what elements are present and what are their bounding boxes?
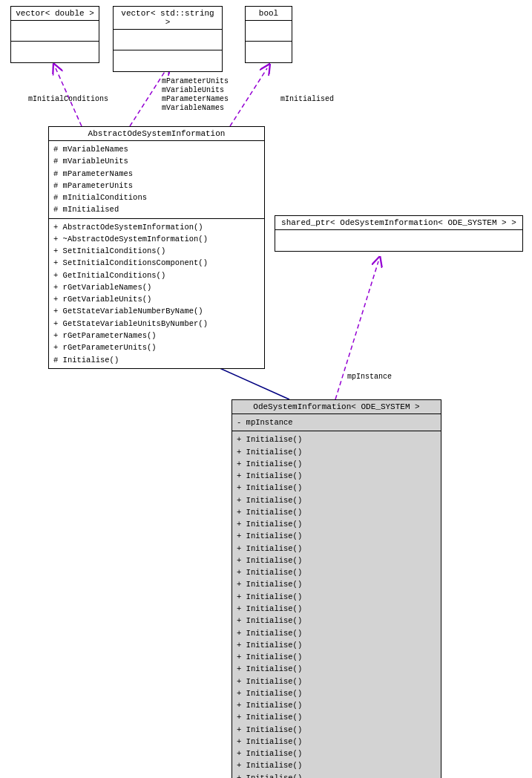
label-mVariableNames: mVariableNames <box>162 104 224 112</box>
ode-system-info-title: OdeSystemInformation< ODE_SYSTEM > <box>232 400 441 414</box>
bool-title: bool <box>246 7 292 21</box>
method-rGetParamUnits: + rGetParameterUnits() <box>53 341 260 353</box>
vector-double-section1 <box>11 21 99 42</box>
ode-method-init10: + Initialise() <box>237 543 436 555</box>
abstract-ode-attributes: # mVariableNames # mVariableUnits # mPar… <box>49 141 264 219</box>
ode-method-init17: + Initialise() <box>237 627 436 639</box>
ode-method-init4: + Initialise() <box>237 470 436 482</box>
ode-method-init13: + Initialise() <box>237 578 436 590</box>
shared-ptr-box: shared_ptr< OdeSystemInformation< ODE_SY… <box>275 215 523 252</box>
attr-mParameterNames: # mParameterNames <box>53 168 260 180</box>
ode-method-init5: + Initialise() <box>237 482 436 494</box>
method-getStateVarUnits: + GetStateVariableUnitsByNumber() <box>53 318 260 330</box>
attr-mParameterUnits: # mParameterUnits <box>53 180 260 192</box>
vector-string-title: vector< std::string > <box>114 7 222 30</box>
ode-method-init28: + Initialise() <box>237 759 436 771</box>
label-mInitialised: mInitialised <box>280 95 334 103</box>
ode-method-init11: + Initialise() <box>237 555 436 566</box>
label-mpInstance: mpInstance <box>347 373 392 381</box>
vector-double-title: vector< double > <box>11 7 99 21</box>
abstract-ode-box: AbstractOdeSystemInformation # mVariable… <box>48 126 265 369</box>
attr-mInitialConditions: # mInitialConditions <box>53 192 260 203</box>
ode-method-init9: + Initialise() <box>237 530 436 542</box>
label-mVariableUnits: mVariableUnits <box>162 86 224 94</box>
attr-mVariableUnits: # mVariableUnits <box>53 155 260 167</box>
abstract-ode-title: AbstractOdeSystemInformation <box>49 127 264 141</box>
ode-method-init15: + Initialise() <box>237 603 436 615</box>
ode-method-init16: + Initialise() <box>237 615 436 627</box>
method-setIC: + SetInitialConditions() <box>53 245 260 257</box>
ode-method-init6: + Initialise() <box>237 494 436 506</box>
ode-method-init7: + Initialise() <box>237 506 436 518</box>
ode-method-init24: + Initialise() <box>237 711 436 723</box>
attr-mVariableNames: # mVariableNames <box>53 143 260 155</box>
method-rGetParamNames: + rGetParameterNames() <box>53 330 260 341</box>
ode-method-init21: + Initialise() <box>237 676 436 687</box>
ode-method-init22: + Initialise() <box>237 687 436 699</box>
bool-box: bool <box>245 6 292 63</box>
ode-system-info-box: OdeSystemInformation< ODE_SYSTEM > - mpI… <box>231 399 441 778</box>
ode-method-init19: + Initialise() <box>237 651 436 663</box>
vector-double-section2 <box>11 42 99 62</box>
bool-section1 <box>246 21 292 42</box>
method-getStateVarNum: + GetStateVariableNumberByName() <box>53 305 260 317</box>
vector-string-box: vector< std::string > <box>113 6 223 72</box>
ode-method-init12: + Initialise() <box>237 566 436 578</box>
label-mParameterUnits: mParameterUnits <box>162 77 229 85</box>
ode-method-init1: + Initialise() <box>237 434 436 445</box>
ode-method-init3: + Initialise() <box>237 458 436 470</box>
ode-method-init23: + Initialise() <box>237 699 436 711</box>
method-constructor: + AbstractOdeSystemInformation() <box>53 221 260 233</box>
vector-double-box: vector< double > <box>10 6 99 63</box>
method-rGetVarNames: + rGetVariableNames() <box>53 281 260 293</box>
ode-method-init2: + Initialise() <box>237 446 436 458</box>
ode-method-init14: + Initialise() <box>237 591 436 603</box>
method-getIC: + GetInitialConditions() <box>53 269 260 281</box>
ode-method-init26: + Initialise() <box>237 736 436 748</box>
vector-string-section1 <box>114 30 222 50</box>
vector-string-section2 <box>114 50 222 71</box>
bool-section2 <box>246 42 292 62</box>
attr-mInitialised: # mInitialised <box>53 203 260 215</box>
ode-method-init27: + Initialise() <box>237 748 436 759</box>
ode-method-init8: + Initialise() <box>237 518 436 530</box>
abstract-ode-methods: + AbstractOdeSystemInformation() + ~Abst… <box>49 219 264 368</box>
uml-diagram: vector< double > vector< std::string > b… <box>0 0 532 778</box>
shared-ptr-title: shared_ptr< OdeSystemInformation< ODE_SY… <box>275 216 522 230</box>
svg-line-2 <box>230 68 267 126</box>
ode-method-init18: + Initialise() <box>237 639 436 651</box>
ode-method-init20: + Initialise() <box>237 663 436 675</box>
method-rGetVarUnits: + rGetVariableUnits() <box>53 293 260 305</box>
label-mInitialConditions: mInitialConditions <box>28 95 108 103</box>
ode-attr-mpInstance: - mpInstance <box>237 416 436 428</box>
ode-method-init25: + Initialise() <box>237 724 436 736</box>
method-initialise: # Initialise() <box>53 354 260 366</box>
method-setICComp: + SetInitialConditionsComponent() <box>53 257 260 269</box>
label-mParameterNames: mParameterNames <box>162 95 229 103</box>
method-destructor: + ~AbstractOdeSystemInformation() <box>53 233 260 245</box>
ode-system-info-attr: - mpInstance <box>232 414 441 431</box>
ode-system-info-methods: + Initialise() + Initialise() + Initiali… <box>232 431 441 778</box>
shared-ptr-section <box>275 230 522 251</box>
ode-method-init29: + Initialise() <box>237 772 436 778</box>
